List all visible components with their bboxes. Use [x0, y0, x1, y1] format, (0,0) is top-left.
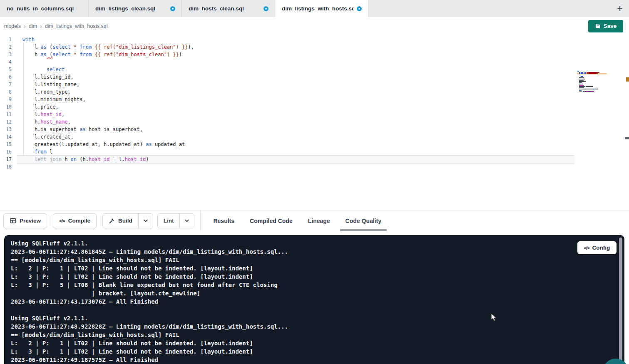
minimap-token: [579, 87, 584, 88]
file-tab[interactable]: no_nulls_in_columns.sql: [0, 0, 89, 17]
preview-button[interactable]: Preview: [3, 213, 47, 228]
file-tab[interactable]: dim_listings_with_hosts.sql: [275, 0, 368, 17]
code-token: l: [22, 44, 40, 50]
terminal-line: L: 2 | P: 1 | LT02 | Line should not be …: [11, 339, 608, 347]
code-line[interactable]: h as (select * from {{ ref("dim_hosts_cl…: [17, 51, 574, 58]
minimap-line: [577, 77, 607, 78]
line-number: 14: [0, 133, 17, 141]
table-grid-icon: [10, 218, 16, 224]
overview-ruler-warning-marker[interactable]: [626, 77, 629, 82]
panel-tab-label: Results: [213, 218, 234, 224]
line-number: 15: [0, 141, 17, 148]
line-number: 12: [0, 118, 17, 126]
code-token: l.listing_id,: [22, 74, 74, 80]
minimap-line: [577, 92, 607, 93]
editor-minimap[interactable]: [577, 71, 607, 94]
code-line[interactable]: l.listing_id,: [17, 73, 574, 81]
minimap-line: [577, 75, 607, 76]
terminal-line: 2023-06-06T11:27:43.173076Z — All Finish…: [11, 297, 608, 306]
save-label: Save: [604, 23, 617, 29]
code-token: *: [74, 52, 77, 57]
terminal-line: 2023-06-06T11:27:42.861845Z — Linting mo…: [11, 248, 608, 256]
code-line[interactable]: l.created_at,: [17, 133, 574, 141]
breadcrumb-item[interactable]: dim: [29, 23, 37, 29]
build-button[interactable]: Build: [103, 214, 138, 228]
minimap-token: [579, 77, 584, 78]
config-button[interactable]: </> Config: [577, 241, 617, 254]
modified-dot-icon: [264, 6, 269, 11]
code-line[interactable]: from l: [17, 148, 574, 156]
code-token: left join: [22, 156, 62, 162]
line-number: 1: [0, 36, 17, 43]
lint-dropdown-button[interactable]: [179, 214, 194, 228]
code-token: select: [52, 52, 70, 57]
chevron-right-icon: ›: [40, 23, 42, 29]
code-line[interactable]: l.listing_name,: [17, 81, 574, 88]
compile-button[interactable]: </> Compile: [53, 213, 97, 228]
code-line[interactable]: l.minimum_nights,: [17, 96, 574, 103]
build-dropdown-button[interactable]: [138, 214, 153, 228]
breadcrumb-item[interactable]: models: [4, 23, 21, 29]
code-line[interactable]: [17, 58, 574, 66]
save-button[interactable]: Save: [588, 20, 623, 32]
line-number: 2: [0, 43, 17, 51]
code-line[interactable]: with: [17, 36, 574, 43]
code-token: l.room_type,: [22, 89, 71, 95]
file-tab[interactable]: dim_listings_clean.sql: [89, 0, 182, 17]
code-token: [71, 44, 74, 50]
line-number: 7: [0, 81, 17, 88]
lint-button[interactable]: Lint: [158, 214, 180, 228]
panel-tab-lineage[interactable]: Lineage: [308, 210, 330, 231]
terminal-line: L: 3 | P: 5 | LT08 | Blank line expected…: [11, 281, 608, 289]
tab-bar: no_nulls_in_columns.sqldim_listings_clea…: [0, 0, 629, 17]
active-tab-underline: [340, 229, 387, 231]
terminal-line: == [models/dim/dim_listings_with_hosts.s…: [11, 256, 608, 264]
overview-ruler-cursor-marker[interactable]: [625, 137, 629, 139]
terminal-scrollbar[interactable]: [619, 238, 622, 362]
file-tab[interactable]: dim_hosts_clean.sql: [182, 0, 275, 17]
code-line[interactable]: greatest(l.updated_at, h.updated_at) as …: [17, 141, 574, 148]
new-tab-button[interactable]: +: [611, 0, 629, 17]
code-token: ) }}: [167, 52, 179, 57]
panel-tab-code-quality[interactable]: Code Quality: [346, 210, 381, 231]
code-line[interactable]: left join h on (h.host_id = l.host_id): [17, 156, 574, 163]
minimap-token: [593, 91, 594, 92]
code-editor[interactable]: 123456789101112131415161718 with l as (s…: [0, 35, 629, 210]
code-token: l.listing_name,: [22, 82, 80, 87]
code-token: l.created_at,: [22, 134, 74, 140]
floppy-disk-icon: [595, 23, 601, 29]
code-token: h: [62, 156, 71, 162]
minimap-line: [577, 79, 607, 79]
file-tab-label: no_nulls_in_columns.sql: [7, 5, 74, 12]
code-line[interactable]: l.price,: [17, 103, 574, 111]
code-token: h.: [22, 119, 40, 125]
code-line[interactable]: l.host_id,: [17, 111, 574, 118]
line-number: 13: [0, 126, 17, 133]
code-token: as: [40, 52, 46, 57]
breadcrumb-bar: models›dim›dim_listings_with_hosts.sql S…: [0, 17, 629, 35]
minimap-line: [577, 73, 607, 74]
editor-code[interactable]: with l as (select * from {{ ref("dim_lis…: [17, 36, 629, 171]
code-line[interactable]: l.room_type,: [17, 88, 574, 96]
code-slash-icon: </>: [59, 218, 65, 223]
code-token: from: [35, 149, 47, 155]
panel-tab-results[interactable]: Results: [213, 210, 234, 231]
minimap-token: [594, 89, 599, 89]
code-token: from: [80, 44, 92, 50]
code-token: = l.: [110, 156, 125, 162]
line-number: 5: [0, 66, 17, 73]
code-slash-icon: </>: [584, 245, 589, 250]
code-token: h: [22, 52, 40, 57]
code-line[interactable]: h.host_name,: [17, 118, 574, 126]
minimap-token: [589, 72, 597, 73]
code-line[interactable]: l as (select * from {{ ref("dim_listings…: [17, 43, 574, 51]
code-token: ) }}: [176, 44, 188, 50]
line-number: 3: [0, 51, 17, 58]
panel-tab-compiled-code[interactable]: Compiled Code: [250, 210, 293, 231]
code-line[interactable]: select: [17, 66, 574, 73]
code-token: [71, 52, 74, 57]
code-token: {{ ref(: [94, 44, 116, 50]
code-line[interactable]: [17, 163, 574, 171]
code-token: l: [47, 149, 52, 155]
code-line[interactable]: h.is_superhost as host_is_superhost,: [17, 126, 574, 133]
